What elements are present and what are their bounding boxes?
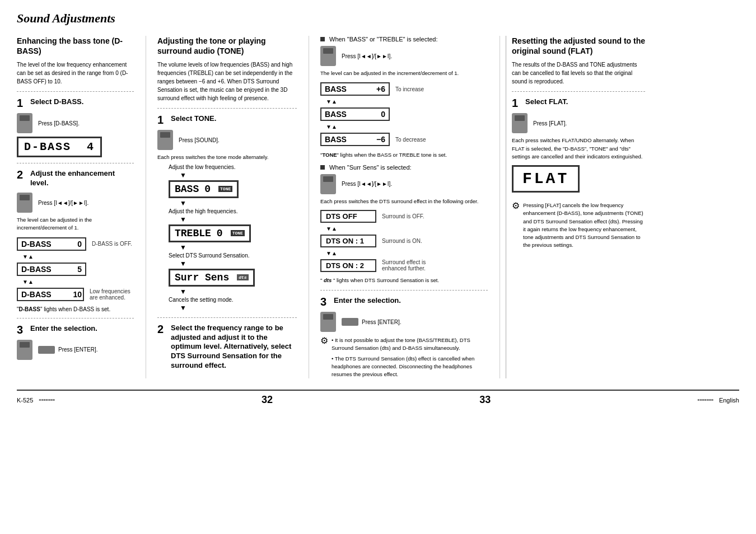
bass-plus6-row: BASS +6 To increase [320, 81, 488, 97]
dbass-step1: 1 Select D-BASS. [17, 97, 134, 109]
model-num: K-525 [17, 397, 33, 404]
flat-intro: The results of the D-BASS and TONE adjus… [512, 60, 645, 86]
tone-step2-label: Select the frequency range to be adjuste… [171, 324, 297, 371]
surr-sens-display: Surr Sens dts [169, 269, 255, 287]
dbass-step3: 3 Enter the selection. [17, 324, 134, 335]
dts-light-note: " dts " lights when DTS Surround Sensati… [320, 277, 488, 284]
divider-3 [500, 36, 500, 378]
flat-step1-press: Press [FLAT]. [512, 113, 645, 133]
left-page-num: 32 [262, 394, 273, 406]
enter-icon-col3 [342, 318, 358, 326]
surr-note: Each press switches the DTS surround eff… [320, 198, 488, 205]
flat-note-text: Pressing [FLAT] cancels the low frequenc… [523, 202, 645, 250]
dbass-step2-label: Adjust the enhancement level. [30, 169, 134, 188]
bass-0-row: BASS 0 [320, 106, 488, 123]
remote-icon-1 [17, 113, 32, 133]
step-num-2: 2 [17, 169, 27, 180]
flat-step-num-1: 1 [512, 97, 522, 109]
dbass-step1-label: Select D-BASS. [30, 97, 83, 107]
flat-section-header: Resetting the adjusted sound to the orig… [512, 36, 645, 56]
dbass-step3-press: Press [ENTER]. [17, 340, 134, 360]
remote-icon-col3-3 [320, 312, 336, 332]
dbass-display-5: D-BASS 5 [17, 263, 86, 276]
col-tone: Adjusting the tone or playing surround a… [152, 36, 303, 378]
divider-2 [309, 36, 309, 378]
remote-icon-flat [512, 113, 528, 133]
bass-level-displays: BASS +6 To increase ▼▲ BASS 0 ▼▲ [320, 81, 488, 148]
tone-intro: The volume levels of low frequencies (BA… [157, 60, 297, 102]
flat-step1: 1 Select FLAT. [512, 97, 645, 109]
flow-cancel: Cancels the setting mode. [169, 297, 234, 303]
col3-step3-press: Press [ENTER]. [320, 312, 488, 332]
dbass-levels: D-BASS 0 D-BASS is OFF. ▼▲ D-BASS 5 ▼▲ D… [17, 236, 134, 303]
col3-surr-press: Press [I◄◄]/[►►I]. [320, 174, 488, 194]
remote-icon-col3-surr [320, 174, 336, 194]
col3-step3-label: Enter the selection. [334, 296, 401, 306]
dbass-step2-note: The level can be adjusted in the increme… [17, 216, 134, 232]
dts-displays: DTS OFF Surround is OFF. ▼▲ DTS ON : 1 S… [320, 209, 488, 273]
treble-display-flow: TREBLE 0 TONE [169, 224, 251, 242]
enter-icon [38, 346, 55, 354]
col3-level-note: The level can be adjusted in the increme… [320, 69, 488, 77]
remote-icon-tone1 [157, 130, 173, 150]
when-surr-section: When "Surr Sens" is selected: Press [I◄◄… [320, 164, 488, 285]
dbass-step1-press: Press [D-BASS]. [17, 113, 134, 133]
tone-light-note: "TONE" lights when the BASS or TREBLE to… [320, 151, 488, 159]
col3-step1-press: Press [I◄◄]/[►►I]. [320, 46, 488, 66]
bass-display-flow: BASS 0 TONE [169, 180, 239, 198]
tone-step-num-1: 1 [157, 114, 167, 125]
tone-step-num-2: 2 [157, 324, 167, 335]
remote-icon-3 [17, 340, 32, 360]
lang-label: English [719, 397, 739, 404]
dts-on2-row: DTS ON : 2 Surround effect is enhanced f… [320, 258, 488, 273]
tone-step1-label: Select TONE. [171, 114, 216, 124]
right-page-num: 33 [479, 394, 491, 406]
bottom-left: K-525 ≡≡≡≡≡≡≡ [17, 397, 55, 404]
tone-flow: Adjust the low frequencies. ▼ BASS 0 TON… [157, 164, 297, 312]
dbass-step3-label: Enter the selection. [30, 324, 97, 334]
tone-step2: 2 Select the frequency range to be adjus… [157, 324, 297, 371]
dbass-display-0: D-BASS 0 [17, 237, 86, 251]
tone-step1-note: Each press switches the tone mode altern… [157, 153, 297, 161]
bottom-bar: K-525 ≡≡≡≡≡≡≡ 32 33 ≡≡≡≡≡≡≡ English [17, 394, 739, 406]
col-dbass: Enhancing the bass tone (D-BASS) The lev… [17, 36, 140, 378]
bass-minus6-row: BASS −6 To decrease [320, 131, 488, 148]
remote-icon-2 [17, 193, 32, 213]
bottom-right: ≡≡≡≡≡≡≡ English [697, 397, 739, 404]
flat-step1-label: Select FLAT. [525, 97, 568, 107]
col3-step-num-3: 3 [320, 296, 330, 307]
tone-step1: 1 Select TONE. [157, 114, 297, 125]
dts-on1-row: DTS ON : 1 Surround is ON. [320, 233, 488, 249]
col3-step3: 3 Enter the selection. [320, 296, 488, 307]
col3-notes: ⚙ • It is not possible to adjust the ton… [320, 336, 488, 378]
flow-select-dts: Select DTS Surround Sensation. [169, 252, 250, 259]
divider-1 [146, 36, 146, 378]
tone-section-header: Adjusting the tone or playing surround a… [157, 36, 297, 56]
dbass-display-10: D-BASS 10 [17, 288, 84, 301]
dbass-set-note: "D-BASS" lights when D-BASS is set. [17, 306, 134, 312]
flow-adjust-high: Adjust the high frequencies. [169, 208, 237, 214]
step-num-3: 3 [17, 324, 27, 335]
when-bass-treble-section: When "BASS" or "TREBLE" is selected: Pre… [320, 36, 488, 160]
bottom-section: K-525 ≡≡≡≡≡≡≡ 32 33 ≡≡≡≡≡≡≡ English [17, 390, 739, 406]
step-num-1: 1 [17, 97, 27, 109]
flat-display: FLAT [512, 161, 645, 197]
when-surr-header: When "Surr Sens" is selected: [320, 164, 488, 171]
dbass-section-header: Enhancing the bass tone (D-BASS) [17, 36, 134, 56]
dts-off-row: DTS OFF Surround is OFF. [320, 209, 488, 224]
col-bass-treble: When "BASS" or "TREBLE" is selected: Pre… [315, 36, 494, 378]
when-bass-treble-header: When "BASS" or "TREBLE" is selected: [320, 36, 488, 43]
dbass-step2-press: Press [I◄◄]/[►►I]. [17, 193, 134, 213]
remote-icon-col3-1 [320, 46, 336, 66]
tone-step1-press: Press [SOUND]. [157, 130, 297, 150]
col-flat: Resetting the adjusted sound to the orig… [506, 36, 651, 378]
flat-step1-note: Each press switches FLAT/UNDO alternatel… [512, 137, 645, 161]
flat-note-block: ⚙ Pressing [FLAT] cancels the low freque… [512, 202, 645, 250]
dbass-display-box: D-BASS 4 [17, 137, 134, 157]
flow-adjust-low: Adjust the low frequencies. [169, 164, 236, 170]
page-title: Sound Adjustments [17, 11, 739, 26]
dbass-intro: The level of the low frequency enhanceme… [17, 60, 134, 86]
dbass-step2: 2 Adjust the enhancement level. [17, 169, 134, 188]
